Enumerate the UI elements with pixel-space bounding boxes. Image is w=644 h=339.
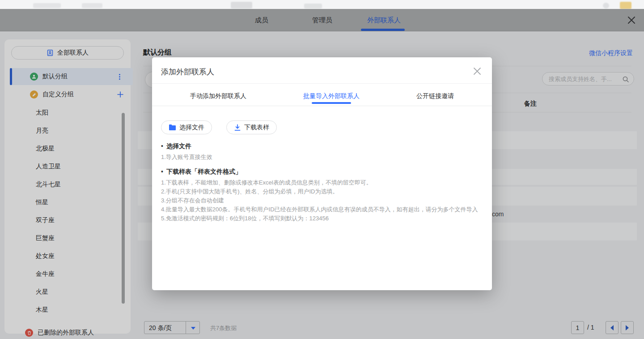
ghost-avatar [620,2,631,9]
modal-active-tab-underline [312,102,351,104]
divider [152,83,492,84]
instruction-line: 5.免激活模式的密码规则：6位到18位，不填写则默认为：123456 [161,214,329,223]
ghost-element [82,3,102,8]
folder-icon [169,124,176,131]
instruction-line: 4.批量导入最大数据200条。手机号和用户ID已经在外部联系人内或信息有误的成员… [161,205,478,214]
instruction-line: 1.下载表样，不能增加、删除或修改本Excel表的成员信息类别，不填的留空即可。 [161,178,372,187]
instruction-line: 1.导入账号直接生效 [161,153,212,162]
download-icon [234,124,241,131]
add-external-contact-modal: 添加外部联系人 手动添加外部联系人 批量导入外部联系人 公开链接邀请 选择文件 … [152,57,492,290]
choose-file-button[interactable]: 选择文件 [161,120,212,134]
ghost-element [304,4,322,9]
modal-tab-public-link[interactable]: 公开链接邀请 [416,92,454,100]
modal-title: 添加外部联系人 [161,67,214,77]
modal-tab-batch-import[interactable]: 批量导入外部联系人 [303,92,360,100]
ghost-element [231,2,252,9]
instruction-line: 3.分组不存在会自动创建 [161,196,224,205]
modal-close-icon[interactable] [472,66,482,76]
ghost-element [33,3,61,8]
instruction-line: 2.手机(只支持中国大陆手机号)、姓名、分组为必填，用户ID为选填。 [161,187,339,196]
ghost-element [603,3,609,9]
download-template-label: 下载表样 [244,124,269,132]
modal-tab-manual-add[interactable]: 手动添加外部联系人 [190,92,246,100]
download-template-button[interactable]: 下载表样 [226,120,277,134]
section-heading-choose-file: 选择文件 [161,142,191,150]
section-heading-template-format: 下载样表「样表文件格式」 [161,168,242,176]
divider [152,106,492,106]
choose-file-label: 选择文件 [179,124,204,132]
